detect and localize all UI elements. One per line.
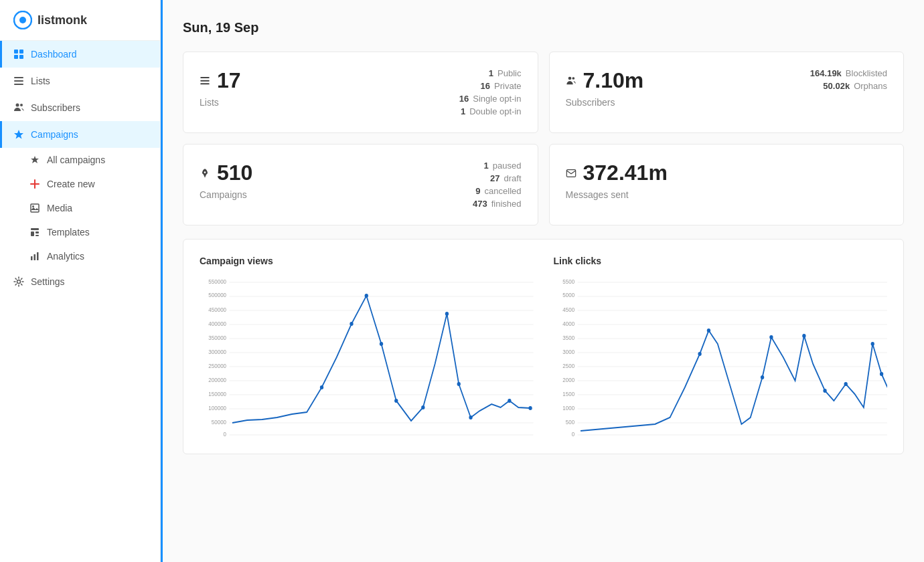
svg-text:4500: 4500 <box>562 306 574 314</box>
sidebar-item-label: Media <box>47 203 72 213</box>
logo-icon <box>13 11 32 29</box>
svg-text:250000: 250000 <box>208 363 226 370</box>
stat-detail-num: 1 <box>484 161 489 171</box>
chart-dot <box>844 382 847 386</box>
chart-dot <box>760 375 763 379</box>
svg-rect-2 <box>14 50 18 54</box>
views-line <box>232 296 530 423</box>
stat-detail-text: Public <box>497 68 521 78</box>
chart-svg-clicks: 5500 5000 4500 4000 3500 3000 2500 2000 … <box>554 277 888 438</box>
plus-icon <box>29 179 40 189</box>
svg-rect-20 <box>34 254 36 260</box>
stat-detail-row: 9 cancelled <box>475 186 521 196</box>
sidebar-item-analytics[interactable]: Analytics <box>0 244 160 268</box>
stat-detail-num: 50.02k <box>823 81 850 91</box>
stat-detail-num: 473 <box>473 199 487 209</box>
sidebar-item-label: Campaigns <box>31 129 78 140</box>
svg-rect-23 <box>200 77 209 78</box>
stat-detail-text: Orphans <box>854 81 887 91</box>
chart-dot <box>469 415 472 419</box>
chart-dot <box>320 385 323 389</box>
chart-dot <box>769 335 773 339</box>
svg-point-26 <box>568 76 571 80</box>
stat-detail-row: 50.02k Orphans <box>823 81 887 91</box>
sidebar: listmonk Dashboard Lists <box>0 0 161 562</box>
logo: listmonk <box>0 0 160 41</box>
stat-number-row-campaigns: 510 <box>200 161 252 185</box>
stat-detail-row: 473 finished <box>473 199 522 209</box>
stat-detail-row: 164.19k Blocklisted <box>810 68 887 78</box>
chart-container-views: 550000 500000 450000 400000 350000 30000… <box>200 277 534 438</box>
svg-text:350000: 350000 <box>208 335 226 342</box>
svg-rect-8 <box>14 84 23 85</box>
svg-rect-21 <box>37 252 39 260</box>
chart-dot <box>879 372 882 376</box>
media-icon <box>29 203 40 213</box>
svg-text:500: 500 <box>565 419 574 426</box>
svg-rect-25 <box>200 83 209 84</box>
stat-detail-text: cancelled <box>485 186 522 196</box>
page-date: Sun, 19 Sep <box>183 20 904 35</box>
sidebar-item-label: Dashboard <box>31 49 77 60</box>
stat-detail-text: finished <box>491 199 522 209</box>
logo-text: listmonk <box>37 13 87 27</box>
chart-dot <box>706 329 710 333</box>
stat-detail-text: Private <box>494 81 521 91</box>
svg-point-9 <box>16 104 19 107</box>
sidebar-item-label: All campaigns <box>47 155 105 165</box>
chart-dot <box>380 342 383 346</box>
sidebar-item-campaigns[interactable]: Campaigns <box>0 121 160 148</box>
stat-detail-text: Double opt-in <box>469 106 521 116</box>
people-stat-icon <box>566 76 576 86</box>
chart-dot <box>350 322 353 326</box>
sidebar-item-templates[interactable]: Templates <box>0 220 160 244</box>
sidebar-item-create-new[interactable]: Create new <box>0 172 160 196</box>
stat-detail-num: 1 <box>461 106 465 116</box>
stat-main-campaigns: 510 Campaigns <box>200 161 252 200</box>
stats-card-campaigns: 510 Campaigns 1 paused 27 draft 9 cancel… <box>183 144 538 225</box>
mail-stat-icon <box>566 168 576 179</box>
stats-card-lists: 17 Lists 1 Public 16 Private 16 Single o… <box>183 52 538 133</box>
stat-number-row-messages: 372.41m <box>566 161 668 185</box>
chart-svg-views: 550000 500000 450000 400000 350000 30000… <box>200 277 534 438</box>
analytics-icon <box>29 251 40 262</box>
sidebar-item-label: Subscribers <box>31 102 80 113</box>
stat-detail-num: 9 <box>475 186 480 196</box>
stat-main-lists: 17 Lists <box>200 68 241 108</box>
stat-number-campaigns: 510 <box>217 161 252 185</box>
chart-title-clicks: Link clicks <box>554 256 888 266</box>
sidebar-item-label: Lists <box>31 76 50 86</box>
stats-card-subscribers: 7.10m Subscribers 164.19k Blocklisted 50… <box>549 52 905 133</box>
chart-dot <box>870 342 874 346</box>
svg-rect-7 <box>14 80 23 82</box>
stat-detail-num: 16 <box>481 81 490 91</box>
rocket-stat-icon <box>200 168 210 179</box>
stat-detail-row: 1 Double opt-in <box>461 106 522 116</box>
sidebar-item-subscribers[interactable]: Subscribers <box>0 94 160 121</box>
stats-grid: 17 Lists 1 Public 16 Private 16 Single o… <box>183 52 904 225</box>
chart-dot <box>698 352 701 356</box>
stat-number-subscribers: 7.10m <box>583 68 644 93</box>
campaign-views-chart: Campaign views 550000 500000 450000 4000… <box>200 256 534 438</box>
stat-detail-num: 164.19k <box>810 68 842 78</box>
svg-point-28 <box>204 171 206 173</box>
sidebar-item-all-campaigns[interactable]: All campaigns <box>0 148 160 172</box>
svg-text:3000: 3000 <box>562 349 574 356</box>
sidebar-item-settings[interactable]: Settings <box>0 268 160 295</box>
svg-point-1 <box>19 17 26 23</box>
sidebar-item-dashboard[interactable]: Dashboard <box>0 41 160 68</box>
grid-icon <box>13 49 24 60</box>
sidebar-item-lists[interactable]: Lists <box>0 68 160 94</box>
stat-detail-row: 16 Private <box>481 81 522 91</box>
svg-rect-19 <box>31 256 33 260</box>
sidebar-item-media[interactable]: Media <box>0 196 160 220</box>
chart-dot <box>457 382 461 386</box>
chart-dot <box>823 389 826 393</box>
stat-number-row-subscribers: 7.10m <box>566 68 644 93</box>
link-clicks-chart: Link clicks 5500 5000 4500 4000 3500 300… <box>554 256 888 438</box>
stat-details-lists: 1 Public 16 Private 16 Single opt-in 1 D… <box>459 68 522 116</box>
svg-text:50000: 50000 <box>212 419 227 426</box>
chart-dot <box>421 405 425 409</box>
stat-label-messages: Messages sent <box>566 189 668 200</box>
svg-rect-17 <box>35 231 39 233</box>
